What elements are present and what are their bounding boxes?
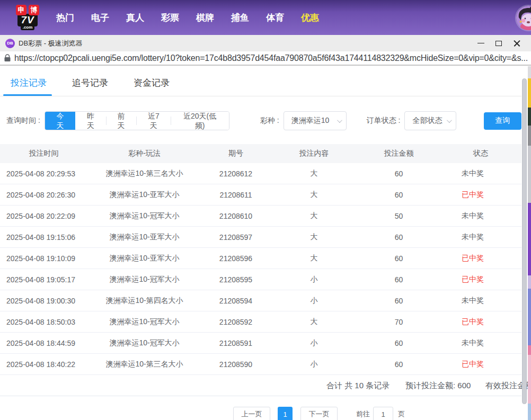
- column-header: 彩种-玩法: [87, 149, 201, 158]
- cell-status: 已中奖: [440, 275, 521, 284]
- tab[interactable]: 投注记录: [10, 73, 48, 96]
- cell-bet-content: 小: [270, 296, 358, 306]
- time-filter-option[interactable]: 昨天: [75, 112, 106, 130]
- cell-bet-content: 大: [270, 169, 358, 178]
- tab[interactable]: 资金记录: [132, 73, 171, 96]
- cell-game-play: 澳洲幸运10-冠军大小: [87, 338, 201, 348]
- goto-label: 前往: [356, 409, 370, 419]
- time-filter-option[interactable]: 前天: [106, 112, 137, 130]
- cell-issue-number: 21208612: [201, 169, 270, 178]
- next-page-button[interactable]: 下一页: [300, 407, 338, 420]
- table-row: 2025-04-08 20:22:09 澳洲幸运10-冠军大小 21208610…: [0, 205, 521, 227]
- nav-item[interactable]: 体育: [266, 12, 284, 24]
- column-header: 状态: [440, 149, 521, 158]
- nav-item[interactable]: 真人: [126, 12, 144, 24]
- table-row: 2025-04-08 20:26:30 澳洲幸运10-亚军大小 21208611…: [0, 184, 521, 205]
- nav-item[interactable]: 电子: [91, 12, 109, 24]
- site-logo[interactable]: 申 博 7V .com: [12, 5, 43, 30]
- cell-status: 未中奖: [440, 211, 521, 221]
- table-body: 2025-04-08 20:29:53 澳洲幸运10-第三名大小 2120861…: [0, 163, 521, 375]
- browser-titlebar: DB DB彩票 - 极速浏览器: [0, 35, 531, 51]
- current-page-number[interactable]: 1: [278, 407, 293, 420]
- address-bar[interactable]: https://ctopcp02pcali.uengi5e.com/lotter…: [0, 51, 531, 66]
- cell-game-play: 澳洲幸运10-冠军大小: [87, 211, 201, 221]
- cell-issue-number: 21208590: [201, 360, 270, 369]
- page-unit-label: 页: [398, 409, 405, 419]
- nav-item[interactable]: 捕鱼: [231, 12, 249, 24]
- cell-bet-content: 大: [270, 317, 358, 327]
- tab[interactable]: 追号记录: [71, 73, 109, 96]
- nav-item[interactable]: 棋牌: [196, 12, 214, 24]
- cell-bet-time: 2025-04-08 18:50:03: [0, 318, 87, 326]
- time-filter-option[interactable]: 近20天(低频): [171, 112, 228, 130]
- cell-issue-number: 21208594: [201, 297, 270, 305]
- cell-bet-time: 2025-04-08 18:44:59: [0, 339, 87, 347]
- logo-badge: 博: [29, 5, 39, 15]
- cell-bet-time: 2025-04-08 20:22:09: [0, 212, 87, 220]
- logo-badges: 申 博: [16, 5, 39, 15]
- time-filter-option[interactable]: 今天: [45, 112, 76, 130]
- table-row: 2025-04-08 20:29:53 澳洲幸运10-第三名大小 2120861…: [0, 163, 521, 184]
- column-header: 投注金额: [358, 149, 440, 158]
- vertical-scrollbar[interactable]: [522, 78, 527, 404]
- cell-status: 已中奖: [440, 190, 521, 200]
- cell-bet-amount: 60: [358, 360, 440, 369]
- cell-bet-content: 大: [270, 254, 358, 263]
- status-select[interactable]: 全部状态: [404, 111, 456, 130]
- top-nav: 申 博 7V .com 热门 电子 真人 彩票 棋牌 捕鱼 体育 优惠: [0, 0, 531, 35]
- chevron-down-icon: [337, 118, 342, 123]
- cell-bet-amount: 60: [358, 191, 440, 199]
- cell-status: 未中奖: [440, 296, 521, 306]
- cell-bet-time: 2025-04-08 19:15:06: [0, 233, 87, 242]
- maximize-icon[interactable]: [490, 37, 508, 50]
- cell-bet-amount: 60: [358, 275, 440, 284]
- page-content: 投注记录 追号记录 资金记录 查询时间 : 今天 昨天 前天 近7天 近20天(…: [0, 73, 521, 396]
- avatar-illustration: [516, 6, 531, 30]
- table-row: 2025-04-08 19:05:17 澳洲幸运10-冠军大小 21208595…: [0, 269, 521, 290]
- prev-page-button[interactable]: 上一页: [233, 407, 270, 420]
- cell-bet-time: 2025-04-08 19:00:30: [0, 297, 87, 305]
- cell-status: 未中奖: [440, 338, 521, 348]
- minimize-icon[interactable]: [472, 37, 490, 50]
- lottery-select[interactable]: 澳洲幸运10: [284, 111, 347, 130]
- cell-bet-amount: 60: [358, 339, 440, 347]
- background-sliver: [528, 66, 531, 420]
- table-row: 2025-04-08 18:44:59 澳洲幸运10-冠军大小 21208591…: [0, 333, 521, 354]
- bet-records-table: 投注时间 彩种-玩法 期号 投注内容 投注金额 状态 2025-04-08 20…: [0, 144, 521, 396]
- nav-item[interactable]: 优惠: [301, 12, 319, 24]
- search-button[interactable]: 查询: [484, 112, 521, 130]
- column-header: 期号: [201, 149, 270, 158]
- cell-game-play: 澳洲幸运10-第四名大小: [87, 296, 201, 306]
- cell-bet-content: 小: [270, 275, 358, 284]
- lottery-select-value: 澳洲幸运10: [291, 116, 330, 126]
- cell-bet-time: 2025-04-08 19:10:09: [0, 254, 87, 263]
- cell-status: 已中奖: [440, 317, 521, 327]
- nav-item[interactable]: 热门: [56, 12, 74, 24]
- user-avatar[interactable]: [516, 6, 531, 30]
- cell-issue-number: 21208610: [201, 212, 270, 220]
- table-row: 2025-04-08 19:00:30 澳洲幸运10-第四名大小 2120859…: [0, 290, 521, 311]
- cell-bet-amount: 60: [358, 254, 440, 263]
- column-header: 投注时间: [0, 149, 87, 158]
- nav-item[interactable]: 彩票: [161, 12, 179, 24]
- expected-amount-text: 预计投注金额: 600: [405, 375, 471, 396]
- goto-page-input[interactable]: [373, 407, 393, 420]
- tab-bar: 投注记录 追号记录 资金记录: [0, 73, 521, 96]
- cell-bet-content: 大: [270, 233, 358, 242]
- cell-issue-number: 21208596: [201, 254, 270, 263]
- cell-bet-content: 小: [270, 360, 358, 369]
- filter-bar: 查询时间 : 今天 昨天 前天 近7天 近20天(低频) 彩种 : 澳洲幸运10…: [0, 111, 521, 130]
- cell-game-play: 澳洲幸运10-亚军大小: [87, 254, 201, 263]
- logo-domain: .com: [21, 24, 35, 30]
- time-filter-option[interactable]: 近7天: [136, 112, 171, 130]
- close-icon[interactable]: [508, 37, 526, 50]
- pagination: 上一页 1 下一页 前往 页: [233, 407, 405, 420]
- cell-issue-number: 21208592: [201, 318, 270, 326]
- cell-game-play: 澳洲幸运10-冠军大小: [87, 317, 201, 327]
- window-controls: [472, 37, 526, 50]
- cell-game-play: 澳洲幸运10-第三名大小: [87, 169, 201, 178]
- cell-bet-content: 小: [270, 338, 358, 348]
- cell-bet-time: 2025-04-08 19:05:17: [0, 275, 87, 284]
- cell-status: 已中奖: [440, 360, 521, 369]
- chevron-down-icon: [447, 118, 452, 123]
